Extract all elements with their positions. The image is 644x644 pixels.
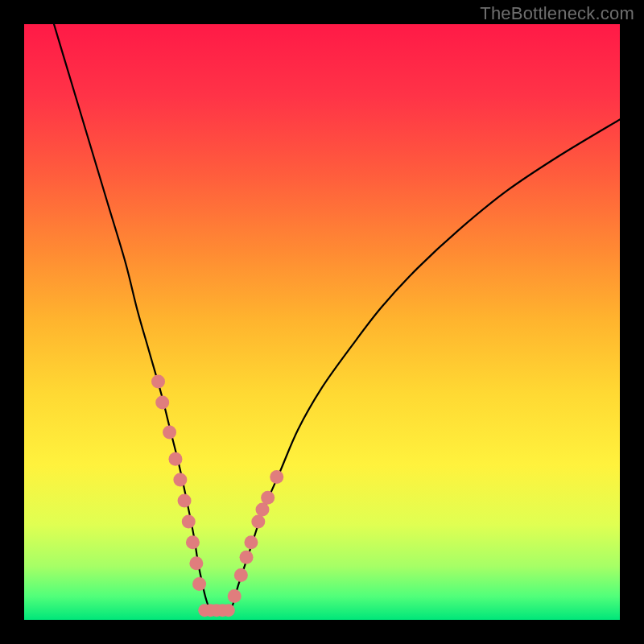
marker-dot (151, 375, 165, 389)
chart-stage: TheBottleneck.com (0, 0, 644, 644)
watermark-text: TheBottleneck.com (480, 3, 634, 24)
marker-dot (261, 491, 275, 505)
marker-dot (163, 425, 176, 439)
marker-dot (155, 395, 169, 409)
marker-dot (251, 514, 265, 528)
marker-dot (168, 452, 182, 466)
marker-dot (244, 535, 258, 549)
marker-dot (270, 470, 283, 484)
marker-dot (186, 535, 200, 549)
marker-dot (234, 568, 248, 582)
marker-dot (189, 556, 203, 570)
marker-dot (222, 604, 235, 617)
gradient-background (24, 24, 620, 620)
marker-dot (256, 503, 270, 517)
marker-dot (240, 551, 254, 564)
marker-dot (178, 494, 192, 508)
plot-svg (24, 24, 620, 620)
marker-dot (192, 577, 206, 591)
marker-dot (228, 589, 242, 603)
plot-area (24, 24, 620, 620)
marker-dot (182, 514, 196, 528)
marker-dot (173, 473, 187, 487)
